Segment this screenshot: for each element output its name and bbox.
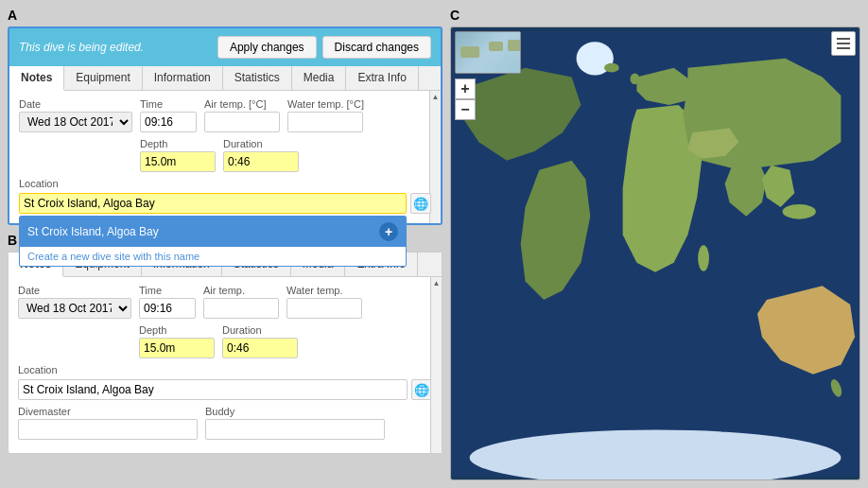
depth-label-a: Depth (140, 138, 216, 149)
divemaster-label: Divemaster (18, 406, 198, 417)
time-label-a: Time (140, 98, 197, 110)
globe-icon-a: 🌐 (413, 197, 428, 211)
dive-viewer-b: Notes Equipment Information Statistics M… (8, 252, 443, 454)
divemaster-buddy-row: Divemaster Buddy (18, 406, 432, 445)
location-label-b: Location (18, 364, 432, 375)
globe-icon-b: 🌐 (414, 383, 429, 397)
depth-duration-row-a: Depth Duration (140, 138, 431, 172)
autocomplete-dropdown-a: St Croix Island, Algoa Bay + Create a ne… (19, 216, 407, 267)
air-temp-input-b[interactable] (203, 298, 279, 319)
svg-point-4 (630, 74, 639, 85)
time-label-b: Time (139, 285, 196, 296)
date-time-row-a: Date Wed 18 Oct 2017 Time Air temp. [°C] (19, 98, 431, 132)
time-input-a[interactable] (140, 112, 197, 132)
svg-point-7 (783, 204, 816, 219)
air-temp-label-a: Air temp. [°C] (204, 98, 280, 110)
minimap-land-3 (508, 40, 521, 51)
date-time-row-b: Date Wed 18 Oct 2017 Time Air temp. (18, 285, 432, 319)
svg-point-3 (604, 63, 619, 73)
location-label-a: Location (19, 178, 431, 189)
duration-label-a: Duration (223, 138, 299, 149)
scroll-up-a[interactable]: ▲ (431, 93, 441, 102)
divemaster-input[interactable] (18, 419, 198, 440)
dive-editor-a: This dive is being edited. Apply changes… (8, 26, 443, 225)
scroll-up-b[interactable]: ▲ (432, 279, 442, 288)
dive-form-a: Date Wed 18 Oct 2017 Time Air temp. [°C] (9, 91, 441, 223)
air-temp-group-b: Air temp. (203, 285, 279, 319)
location-group-a: Location (19, 178, 431, 189)
water-temp-group-a: Water temp. [°C] (287, 98, 364, 132)
discard-changes-button[interactable]: Discard changes (322, 36, 431, 59)
banner-buttons: Apply changes Discard changes (217, 36, 431, 59)
tabs-a: Notes Equipment Information Statistics M… (9, 66, 441, 91)
date-label-b: Date (18, 285, 131, 296)
tab-a-extrainfo[interactable]: Extra Info (346, 66, 418, 90)
location-input-b[interactable] (18, 379, 408, 400)
water-temp-group-b: Water temp. (286, 285, 362, 319)
water-temp-label-b: Water temp. (286, 285, 362, 296)
location-input-a[interactable] (19, 193, 407, 214)
tab-a-equipment[interactable]: Equipment (64, 66, 142, 90)
section-c-label: C (450, 8, 860, 23)
autocomplete-create-a[interactable]: Create a new dive site with this name (20, 247, 406, 266)
edit-banner-text: This dive is being edited. (19, 41, 144, 54)
location-globe-btn-b[interactable]: 🌐 (411, 379, 432, 400)
depth-input-b[interactable] (139, 338, 215, 358)
buddy-label: Buddy (205, 406, 385, 417)
time-group-a: Time (140, 98, 197, 132)
air-temp-label-b: Air temp. (203, 285, 279, 296)
map-zoom-out-btn[interactable]: − (455, 99, 476, 120)
location-row-b: 🌐 (18, 379, 432, 400)
depth-group-a: Depth (140, 138, 216, 172)
water-temp-input-b[interactable] (286, 298, 362, 319)
minimap-land-2 (489, 42, 503, 51)
panel-right: C (450, 8, 860, 480)
autocomplete-item-text-a: St Croix Island, Algoa Bay (27, 225, 159, 238)
date-label-a: Date (19, 98, 132, 110)
apply-changes-button[interactable]: Apply changes (217, 36, 317, 59)
location-globe-btn-a[interactable]: 🌐 (410, 193, 431, 214)
autocomplete-item-a[interactable]: St Croix Island, Algoa Bay + (20, 217, 406, 247)
depth-label-b: Depth (139, 324, 215, 336)
buddy-input[interactable] (205, 419, 385, 440)
duration-group-a: Duration (223, 138, 299, 172)
dive-form-b: Date Wed 18 Oct 2017 Time Air temp. (9, 277, 442, 453)
depth-duration-row-b: Depth Duration (139, 324, 432, 358)
air-temp-group-a: Air temp. [°C] (204, 98, 280, 132)
date-select-b[interactable]: Wed 18 Oct 2017 (18, 298, 131, 319)
water-temp-label-a: Water temp. [°C] (287, 98, 364, 110)
duration-input-a[interactable] (223, 151, 299, 172)
map-container: + − (450, 26, 860, 480)
time-group-b: Time (139, 285, 196, 319)
date-group-b: Date Wed 18 Oct 2017 (18, 285, 131, 319)
location-row-a: 🌐 St Croix Island, Algoa Bay + Create a … (19, 193, 431, 214)
time-input-b[interactable] (139, 298, 196, 319)
tab-a-notes[interactable]: Notes (9, 66, 64, 91)
buddy-group: Buddy (205, 406, 385, 440)
map-minimap[interactable] (455, 31, 521, 74)
water-temp-input-a[interactable] (287, 112, 363, 132)
map-menu-btn[interactable] (831, 31, 856, 56)
duration-group-b: Duration (222, 324, 298, 358)
world-map-svg (451, 27, 859, 479)
minimap-land-1 (460, 46, 479, 58)
map-zoom-controls: + − (455, 78, 476, 120)
depth-input-a[interactable] (140, 151, 216, 172)
divemaster-group: Divemaster (18, 406, 198, 440)
edit-banner: This dive is being edited. Apply changes… (9, 28, 441, 66)
section-a-label: A (8, 8, 443, 23)
date-select-a[interactable]: Wed 18 Oct 2017 (19, 112, 132, 132)
map-minimap-inner (456, 32, 520, 73)
depth-group-b: Depth (139, 324, 215, 358)
location-group-b: Location (18, 364, 432, 375)
duration-label-b: Duration (222, 324, 298, 336)
tab-a-statistics[interactable]: Statistics (223, 66, 292, 90)
map-zoom-in-btn[interactable]: + (455, 78, 476, 99)
autocomplete-plus-btn-a[interactable]: + (379, 222, 398, 241)
tab-a-information[interactable]: Information (143, 66, 223, 90)
air-temp-input-a[interactable] (204, 112, 280, 132)
tab-a-media[interactable]: Media (292, 66, 347, 90)
svg-point-5 (698, 245, 709, 270)
duration-input-b[interactable] (222, 338, 298, 358)
scroll-indicator-b: ▲ (430, 277, 442, 453)
